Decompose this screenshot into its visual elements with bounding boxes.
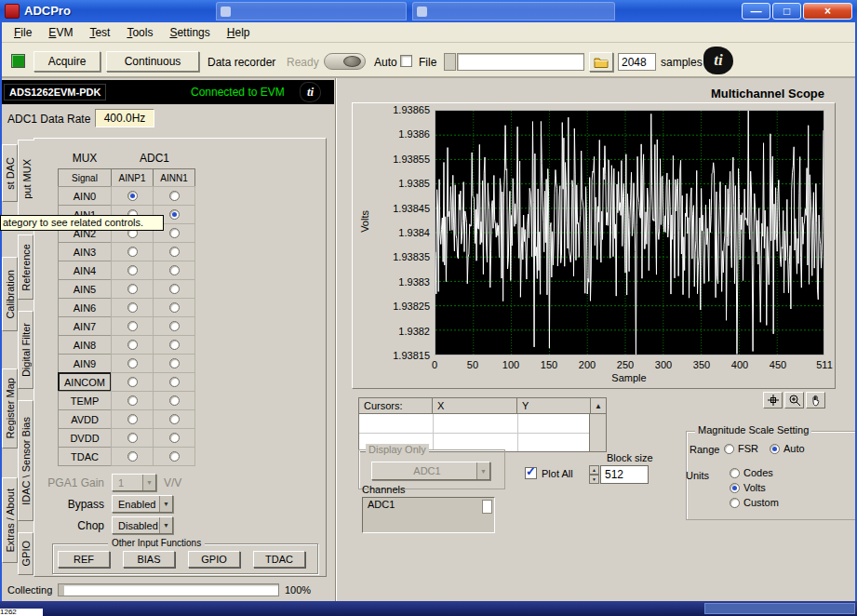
close-button[interactable]: × xyxy=(803,3,852,20)
cursors-scroll-up-button[interactable]: ▲ xyxy=(590,397,607,414)
range-option-fsr[interactable]: FSR xyxy=(724,443,758,454)
maximize-button[interactable]: □ xyxy=(772,3,801,20)
plot-all-checkbox[interactable]: ✓ xyxy=(525,467,537,479)
units-option-codes[interactable]: Codes xyxy=(730,467,779,478)
menu-item-tools[interactable]: Tools xyxy=(118,24,161,41)
mux-avdd-ainp1-radio[interactable] xyxy=(111,409,154,429)
path-control-icon[interactable] xyxy=(444,53,456,71)
auto-checkbox[interactable] xyxy=(400,55,412,67)
mux-row: AIN5 xyxy=(58,279,195,299)
mux-signal-ain8[interactable]: AIN8 xyxy=(58,335,112,355)
mux-ain5-ainp1-radio[interactable] xyxy=(111,279,154,299)
spin-down-button[interactable]: ▼ xyxy=(589,475,599,484)
mux-signal-tdac[interactable]: TDAC xyxy=(58,447,112,466)
tab-put-mux[interactable]: put MUX xyxy=(18,140,34,218)
mux-signal-ain9[interactable]: AIN9 xyxy=(58,354,112,373)
button-gpio[interactable]: GPIO xyxy=(188,551,240,568)
zoom-button[interactable] xyxy=(784,392,804,408)
data-rate-value[interactable]: 400.0Hz xyxy=(95,109,154,127)
mux-tdac-ainn1-radio[interactable] xyxy=(153,447,195,466)
tab-st-dac[interactable]: st DAC xyxy=(2,144,18,202)
mux-signal-ain3[interactable]: AIN3 xyxy=(58,242,112,261)
button-tdac[interactable]: TDAC xyxy=(253,551,305,568)
graph-tool-palette xyxy=(763,392,825,408)
mux-signal-ain7[interactable]: AIN7 xyxy=(58,316,112,336)
spin-up-button[interactable]: ▲ xyxy=(589,465,599,475)
mux-ain0-ainp1-radio[interactable] xyxy=(111,186,154,206)
mux-ain8-ainp1-radio[interactable] xyxy=(111,335,154,355)
units-option-volts[interactable]: Volts xyxy=(730,482,779,493)
mux-aincom-ainp1-radio[interactable] xyxy=(111,372,154,392)
mux-row: TEMP xyxy=(58,391,195,410)
radio-icon xyxy=(127,377,138,387)
menu-item-test[interactable]: Test xyxy=(81,24,118,41)
tab-calibration[interactable]: Calibration xyxy=(2,257,18,331)
tab-reference[interactable]: Reference xyxy=(18,234,33,300)
mux-ain6-ainp1-radio[interactable] xyxy=(111,298,154,317)
mux-aincom-ainn1-radio[interactable] xyxy=(153,372,195,392)
range-option-auto[interactable]: Auto xyxy=(770,443,805,454)
samples-input[interactable] xyxy=(618,53,656,71)
mux-ain9-ainp1-radio[interactable] xyxy=(111,354,154,373)
minimize-button[interactable]: — xyxy=(742,3,770,20)
mux-signal-temp[interactable]: TEMP xyxy=(58,391,112,410)
mux-signal-ain5[interactable]: AIN5 xyxy=(58,279,112,299)
cursor-crosshair-button[interactable] xyxy=(763,392,783,408)
y-tick-label: 1.93825 xyxy=(370,301,430,312)
mux-dvdd-ainp1-radio[interactable] xyxy=(111,428,154,448)
mux-ain9-ainn1-radio[interactable] xyxy=(153,354,195,373)
mux-temp-ainn1-radio[interactable] xyxy=(153,391,195,410)
channels-scrollbar[interactable] xyxy=(482,500,492,514)
mux-signal-avdd[interactable]: AVDD xyxy=(58,409,112,429)
record-toggle[interactable] xyxy=(324,53,366,70)
units-option-custom[interactable]: Custom xyxy=(730,497,779,508)
pan-button[interactable] xyxy=(806,392,825,408)
channel-item-adc1[interactable]: ADC1 xyxy=(363,498,494,512)
taskbar-item[interactable] xyxy=(704,603,855,614)
mux-signal-dvdd[interactable]: DVDD xyxy=(58,428,112,448)
mux-avdd-ainn1-radio[interactable] xyxy=(153,409,195,429)
pga-gain-dropdown[interactable]: 1 ▼ xyxy=(112,474,156,491)
channels-listbox[interactable]: ADC1 xyxy=(362,497,495,533)
button-ref[interactable]: REF xyxy=(58,551,110,568)
scope-plot[interactable] xyxy=(435,110,824,355)
acquire-button[interactable]: Acquire xyxy=(33,51,100,72)
mux-ain6-ainn1-radio[interactable] xyxy=(153,298,195,317)
menu-item-settings[interactable]: Settings xyxy=(161,24,218,41)
mux-signal-ain0[interactable]: AIN0 xyxy=(58,186,112,206)
mux-tdac-ainp1-radio[interactable] xyxy=(111,447,154,466)
mux-ain3-ainp1-radio[interactable] xyxy=(111,242,154,261)
folder-icon xyxy=(594,57,609,68)
button-bias[interactable]: BIAS xyxy=(123,551,175,568)
browse-folder-button[interactable] xyxy=(589,52,613,72)
mux-dvdd-ainn1-radio[interactable] xyxy=(153,428,195,448)
continuous-button[interactable]: Continuous xyxy=(106,51,199,72)
mux-ain8-ainn1-radio[interactable] xyxy=(153,335,195,355)
chop-dropdown[interactable]: Disabled ▼ xyxy=(112,516,173,534)
tab-register-map[interactable]: Register Map xyxy=(2,368,18,449)
mux-ain4-ainn1-radio[interactable] xyxy=(153,261,195,280)
tab-idac-sensor-bias[interactable]: IDAC \ Sensor Bias xyxy=(18,400,33,521)
mux-ain3-ainn1-radio[interactable] xyxy=(153,242,195,261)
display-only-dropdown[interactable]: ADC1 ▼ xyxy=(371,462,490,480)
bypass-dropdown[interactable]: Enabled ▼ xyxy=(112,495,173,513)
tab-label: Reference xyxy=(20,244,32,291)
mux-signal-ain6[interactable]: AIN6 xyxy=(58,298,112,317)
mux-ain4-ainp1-radio[interactable] xyxy=(111,261,154,280)
mux-ain7-ainp1-radio[interactable] xyxy=(111,316,154,336)
mux-signal-ain4[interactable]: AIN4 xyxy=(58,261,112,280)
tab-extras-about[interactable]: Extras / About xyxy=(2,477,18,563)
mux-ain0-ainn1-radio[interactable] xyxy=(153,186,195,206)
tab-digital-filter[interactable]: Digital Filter xyxy=(18,311,33,389)
menu-item-help[interactable]: Help xyxy=(219,24,259,41)
menu-item-evm[interactable]: EVM xyxy=(40,24,81,41)
file-path-input[interactable] xyxy=(457,53,584,71)
cursors-scrollbar[interactable] xyxy=(589,413,607,452)
menu-item-file[interactable]: File xyxy=(6,24,40,41)
mux-signal-aincom[interactable]: AINCOM xyxy=(58,372,112,392)
mux-temp-ainp1-radio[interactable] xyxy=(111,391,154,410)
mux-ain7-ainn1-radio[interactable] xyxy=(153,316,195,336)
block-size-input[interactable] xyxy=(600,465,649,484)
tab-gpio[interactable]: GPIO xyxy=(18,532,33,575)
mux-ain5-ainn1-radio[interactable] xyxy=(153,279,195,299)
